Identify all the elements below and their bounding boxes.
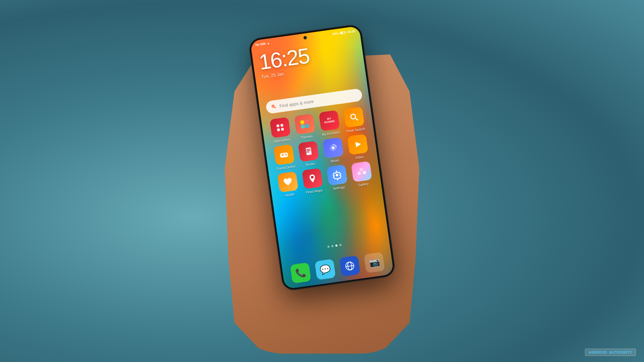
svg-rect-8 <box>301 124 305 128</box>
status-time: 16:25 <box>347 29 355 34</box>
dock-messages[interactable]: 💬 <box>315 259 336 280</box>
svg-line-1 <box>274 107 275 108</box>
battery-icon <box>339 31 346 35</box>
music-icon <box>323 137 344 158</box>
page-dot-1 <box>327 246 330 248</box>
svg-rect-4 <box>277 128 280 131</box>
app-item-myhuawei[interactable]: MYHUAWEI My HUAWEI <box>317 110 342 137</box>
petalmaps-label: Petal Maps <box>306 188 323 194</box>
svg-line-11 <box>355 118 358 120</box>
gamecentre-svg <box>278 149 290 161</box>
health-svg <box>282 176 294 188</box>
browser-svg <box>344 260 356 272</box>
svg-rect-12 <box>280 152 288 158</box>
app-item-petalmaps[interactable]: Petal Maps <box>300 168 326 195</box>
svg-point-31 <box>360 168 363 171</box>
video-icon <box>347 134 368 155</box>
gallery-label: Gallery <box>358 182 369 187</box>
svg-rect-7 <box>305 120 309 124</box>
petalsearch-icon <box>343 107 365 128</box>
health-icon <box>277 171 299 192</box>
battery-body <box>339 31 345 35</box>
wifi-icon: ▲ <box>267 41 270 45</box>
myhuawei-icon: MYHUAWEI <box>319 110 340 131</box>
svg-line-34 <box>346 265 354 266</box>
svg-rect-5 <box>281 128 284 131</box>
dock-phone[interactable]: 📞 <box>290 262 311 284</box>
app-item-themes[interactable]: Themes <box>292 113 318 140</box>
svg-rect-2 <box>276 124 279 127</box>
app-item-books[interactable]: Books <box>296 140 322 168</box>
myhuawei-text: MYHUAWEI <box>323 116 336 125</box>
appgallery-icon <box>270 117 291 138</box>
scene: No SIM ▲ ⚡ 59% 16:25 <box>0 0 644 362</box>
app-item-gamecentre[interactable]: GameCentre <box>271 144 297 171</box>
petal-search-icon <box>270 103 277 110</box>
music-svg <box>327 142 339 154</box>
svg-marker-25 <box>356 141 362 147</box>
appgallery-label: AppGallery <box>273 137 290 143</box>
app-item-health[interactable]: Health <box>275 171 301 198</box>
status-right: ⚡ 59% 16:25 <box>327 29 356 37</box>
app-item-petalsearch[interactable]: Petal Search <box>341 106 367 133</box>
bluetooth-icon: ⚡ <box>327 33 331 37</box>
gamecentre-icon <box>273 144 294 165</box>
music-label: Music <box>330 158 339 163</box>
video-svg <box>352 138 364 150</box>
watermark-brand: Android <box>589 350 607 354</box>
svg-point-30 <box>363 171 366 174</box>
books-icon <box>298 141 319 162</box>
svg-point-29 <box>357 171 361 175</box>
books-label: Books <box>306 162 315 167</box>
status-left: No SIM ▲ <box>255 41 270 47</box>
health-label: Health <box>284 192 294 197</box>
settings-icon <box>326 165 347 186</box>
appgallery-svg <box>274 121 286 133</box>
page-dot-4 <box>339 244 341 246</box>
page-dot-3 <box>335 244 338 247</box>
gamecentre-label: GameCentre <box>276 164 296 171</box>
themes-label: Themes <box>300 134 313 139</box>
myhuawei-label: My HUAWEI <box>322 130 341 137</box>
app-item-settings[interactable]: Settings <box>324 164 350 191</box>
svg-rect-9 <box>305 124 309 128</box>
books-svg <box>303 145 315 157</box>
petalsearch-svg <box>348 111 360 123</box>
search-placeholder: Find apps & more <box>279 99 314 108</box>
gallery-icon <box>351 161 372 182</box>
battery-percent: 59% <box>332 32 338 36</box>
settings-svg <box>331 169 343 181</box>
themes-svg <box>299 118 311 130</box>
watermark-highlight: Authority <box>609 350 632 354</box>
svg-rect-3 <box>280 124 283 127</box>
app-item-appgallery[interactable]: AppGallery <box>268 117 293 144</box>
settings-label: Settings <box>332 185 345 190</box>
app-item-music[interactable]: Music <box>321 137 346 164</box>
no-sim-label: No SIM <box>255 42 266 47</box>
battery-tip <box>345 32 346 33</box>
app-item-video[interactable]: Video <box>345 133 371 161</box>
page-dot-2 <box>331 245 334 247</box>
dock-camera[interactable]: 📷 <box>364 252 385 273</box>
gallery-svg <box>356 166 368 178</box>
svg-point-0 <box>272 105 274 107</box>
app-grid: AppGallery Themes <box>267 106 376 202</box>
petalmaps-icon <box>302 168 323 189</box>
themes-icon <box>294 114 315 135</box>
petalmaps-svg <box>306 173 318 185</box>
svg-rect-6 <box>300 120 304 124</box>
hand-container: No SIM ▲ ⚡ 59% 16:25 <box>205 25 439 354</box>
battery-fill <box>340 32 343 34</box>
video-label: Video <box>355 155 364 160</box>
svg-point-27 <box>335 174 338 177</box>
watermark: Android Authority <box>585 349 636 356</box>
petalsearch-label: Petal Search <box>346 127 365 133</box>
dock-browser[interactable] <box>339 255 360 277</box>
app-item-gallery[interactable]: Gallery <box>349 161 375 188</box>
